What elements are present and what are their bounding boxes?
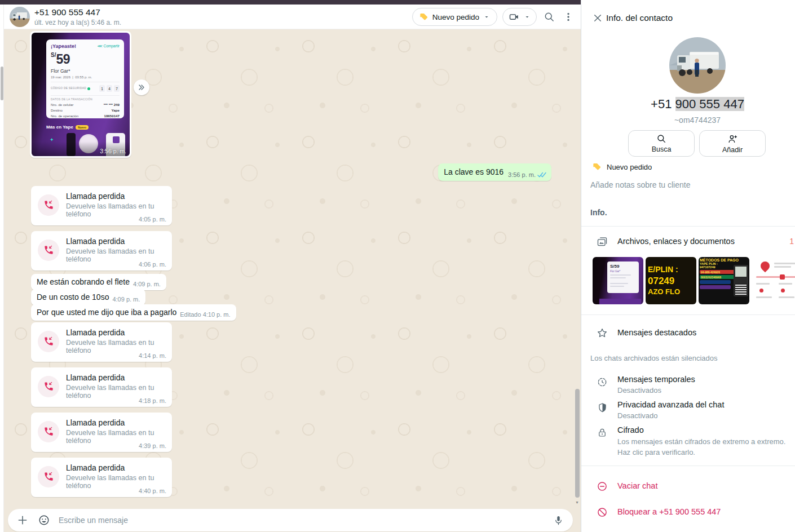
chat-list-scrollbar-thumb[interactable] [1, 66, 3, 100]
media-thumbnail-receipt[interactable]: S/59 Flor Gar* [593, 257, 643, 304]
chevron-down-icon [483, 14, 490, 20]
info-section-label: Info. [590, 208, 607, 217]
encryption-row[interactable]: Cifrado Los mensajes están cifrados de e… [581, 424, 795, 460]
forward-button[interactable] [134, 79, 149, 95]
message-timestamp: 4:09 p. m. [133, 281, 161, 287]
incoming-message[interactable]: Por que usted me dijo que iba a pagarloE… [31, 304, 236, 321]
message-timestamp: 3:56 p. m. [100, 148, 126, 154]
message-timestamp: 4:05 p. m. [139, 216, 166, 223]
missed-call-icon [38, 240, 59, 261]
block-icon [596, 506, 608, 518]
incoming-message[interactable]: Me están cobrando el flete4:09 p. m. [31, 274, 166, 290]
chat-area: +51 900 555 447 últ. vez hoy a la(s) 5:4… [4, 5, 581, 532]
message-text: Me están cobrando el flete [37, 277, 130, 286]
receipt-datetime: 19 mar. 2026 | 03:55 p. m. [51, 76, 120, 82]
mic-icon[interactable] [551, 513, 565, 527]
receipt-row: DestinoYape [51, 108, 120, 112]
close-icon[interactable] [591, 12, 604, 24]
receipt-transaction-label: DATOS DE LA TRANSACCIÓN [51, 95, 120, 101]
block-contact-row[interactable]: Bloquear a +51 900 555 447 [581, 506, 795, 522]
scroll-down-arrow[interactable]: ▼ [575, 500, 579, 504]
message-timestamp: 4:06 p. m. [139, 261, 166, 268]
receipt-share-link: ⋘ Compartir [97, 44, 120, 48]
video-call-dropdown[interactable] [502, 8, 537, 26]
receipt-title: ¡Yapeaste! [51, 43, 76, 49]
message-timestamp: Editado 4:10 p. m. [180, 311, 230, 318]
order-label-chip[interactable]: Nuevo pedido [593, 162, 652, 171]
search-chat-button[interactable]: Busca [628, 130, 695, 157]
search-icon[interactable] [542, 10, 556, 24]
receipt-payee: Flor Gar* [51, 68, 120, 74]
yape-receipt-photo: ¡Yapeaste! ⋘ Compartir S/59 Flor Gar* 19… [32, 33, 130, 156]
panel-title: Info. del contacto [606, 13, 673, 23]
contact-avatar-small[interactable] [10, 7, 30, 27]
message-timestamp: 3:56 p. m. [508, 171, 536, 178]
shield-icon [596, 401, 608, 414]
media-thumbnail-tracking[interactable] [752, 257, 795, 304]
message-composer[interactable]: Escribe un mensaje [8, 509, 573, 531]
missed-call-icon [38, 376, 59, 397]
missed-call-message[interactable]: Llamada perdida Devuelve las llamadas en… [31, 322, 172, 362]
media-thumbnails: S/59 Flor Gar* E/PLIN : 07249 AZO FLO MÉ… [593, 257, 795, 304]
missed-call-message[interactable]: Llamada perdida Devuelve las llamadas en… [31, 413, 172, 452]
chat-title[interactable]: +51 900 555 447 [34, 7, 100, 17]
lock-icon [596, 427, 608, 439]
last-seen-status: últ. vez hoy a la(s) 5:46 a. m. [34, 19, 121, 26]
label-tag-icon [419, 12, 429, 21]
message-text: De un costo de 10so [37, 292, 109, 302]
whatsapp-window: +51 900 555 447 últ. vez hoy a la(s) 5:4… [0, 0, 795, 532]
selected-text: 900 555 447 [675, 97, 744, 111]
customer-notes-input[interactable]: Añade notas sobre tu cliente [590, 180, 690, 189]
disappearing-messages-row[interactable]: Mensajes temporales Desactivados [581, 374, 795, 397]
missed-call-icon [38, 466, 59, 487]
message-text: La clave es 9016 [444, 167, 504, 176]
receipt-amount: 59 [56, 52, 70, 66]
chat-list-scrollbar-track[interactable] [0, 5, 4, 532]
starred-messages-row[interactable]: Mensajes destacados [581, 327, 795, 342]
missed-call-icon [38, 331, 59, 352]
missed-call-message[interactable]: Llamada perdida Devuelve las llamadas en… [31, 231, 172, 271]
contact-info-panel: Info. del contacto +51 900 555 447 ~om47… [581, 0, 795, 532]
order-label-text: Nuevo pedido [432, 13, 479, 21]
message-text: Por que usted me dijo que iba a pagarlo [37, 308, 176, 317]
receipt-row: Nro. de celular*** *** 249 [51, 103, 120, 107]
receipt-footer: Más en YapeNuevo [46, 125, 89, 130]
missed-call-message[interactable]: Llamada perdida Devuelve las llamadas en… [31, 186, 172, 225]
archived-muted-note: Los chats archivados están silenciados [590, 354, 717, 362]
timer-icon [596, 376, 608, 388]
media-icon [596, 236, 608, 248]
message-timestamp: 4:40 p. m. [139, 487, 166, 494]
outgoing-message[interactable]: La clave es 90163:56 p. m. [438, 163, 551, 181]
missed-call-message[interactable]: Llamada perdida Devuelve las llamadas en… [31, 367, 172, 407]
clear-chat-row[interactable]: Vaciar chat [581, 480, 795, 496]
chat-header[interactable]: +51 900 555 447 últ. vez hoy a la(s) 5:4… [4, 5, 581, 29]
media-count: 1 [789, 237, 794, 246]
advanced-privacy-row[interactable]: Privacidad avanzada del chat Desactivado [581, 399, 795, 423]
media-links-docs-row[interactable]: Archivos, enlaces y documentos 1 [581, 236, 795, 252]
contact-phone-number[interactable]: +51 900 555 447 [590, 97, 795, 112]
order-label-dropdown[interactable]: Nuevo pedido [412, 8, 497, 26]
add-contact-button[interactable]: Añadir [699, 130, 766, 157]
contact-avatar-large[interactable] [669, 37, 726, 94]
attach-plus-icon[interactable] [16, 513, 29, 527]
missed-call-icon [38, 194, 59, 216]
star-icon [596, 327, 608, 339]
message-timestamp: 4:09 p. m. [112, 296, 140, 303]
receipt-security-digits: 1 4 7 [99, 85, 120, 92]
missed-call-message[interactable]: Llamada perdida Devuelve las llamadas en… [31, 458, 172, 497]
chat-message-list[interactable]: ¡Yapeaste! ⋘ Compartir S/59 Flor Gar* 19… [4, 29, 581, 532]
menu-kebab-icon[interactable] [562, 10, 575, 24]
receipt-security-label: CÓDIGO DE SEGURIDAD [51, 87, 90, 90]
media-thumbnail-metodos-pago[interactable]: MÉTODOS DE PAGO YAPE PLIN : 947107249 94… [699, 257, 749, 304]
message-timestamp: 4:18 p. m. [139, 397, 166, 404]
message-input[interactable]: Escribe un mensaje [59, 516, 544, 525]
contact-push-name: ~om4744237 [590, 116, 795, 125]
media-thumbnail-plin[interactable]: E/PLIN : 07249 AZO FLO [646, 257, 696, 304]
receipt-row: Nro. de operación18650147 [51, 114, 120, 118]
chat-scrollbar-thumb[interactable] [575, 389, 580, 498]
missed-call-icon [38, 421, 59, 442]
read-receipt-icon [537, 172, 546, 178]
incoming-message[interactable]: De un costo de 10so4:09 p. m. [31, 289, 145, 305]
emoji-icon[interactable] [37, 513, 51, 527]
image-message[interactable]: ¡Yapeaste! ⋘ Compartir S/59 Flor Gar* 19… [30, 31, 131, 158]
